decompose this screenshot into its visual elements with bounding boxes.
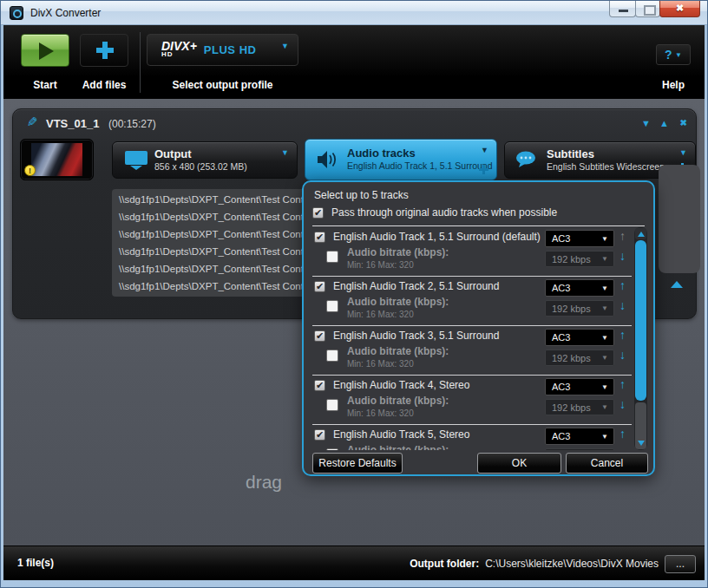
scroll-up-icon[interactable] — [671, 281, 683, 288]
scrollbar-thumb[interactable] — [635, 240, 646, 401]
track-checkbox[interactable] — [314, 380, 325, 391]
chevron-down-icon: ▼ — [601, 284, 608, 292]
bitrate-checkbox[interactable] — [326, 350, 338, 362]
bitrate-select[interactable]: 192 kbps▼ — [545, 350, 614, 366]
add-track-icon[interactable] — [479, 165, 488, 174]
add-files-label: Add files — [71, 79, 137, 91]
bitrate-select[interactable]: 192 kbps▼ — [545, 300, 614, 317]
chevron-down-icon: ▼ — [281, 148, 289, 157]
scrollbar-down-button[interactable] — [635, 402, 646, 449]
profile-caption: Select output profile — [147, 79, 298, 91]
title-bar[interactable]: DivX Converter — [1, 1, 707, 25]
track-row: English Audio Track 1, 5.1 Surround (def… — [312, 227, 632, 277]
bitrate-select[interactable]: 192 kbps▼ — [545, 448, 614, 450]
drop-hint-text: drag — [246, 472, 282, 493]
bitrate-range: Min: 16 Max: 320 — [347, 359, 414, 369]
track-row: English Audio Track 4, StereoAC3▼↑Audio … — [312, 376, 632, 425]
source-path: \\sdg1fp1\Depts\DXPT_Content\Test Conten… — [119, 225, 313, 243]
bitrate-select[interactable]: 192 kbps▼ — [545, 399, 614, 415]
move-down-icon[interactable]: ▼ — [641, 118, 651, 128]
bitrate-checkbox[interactable] — [326, 399, 338, 411]
caption-buttons — [610, 1, 700, 17]
bitrate-range: Min: 16 Max: 320 — [347, 408, 414, 418]
browse-folder-button[interactable]: ... — [665, 555, 696, 573]
close-button[interactable] — [659, 1, 700, 17]
bitrate-checkbox[interactable] — [326, 251, 338, 263]
move-track-down-button[interactable]: ↓ — [620, 447, 626, 450]
codec-select[interactable]: AC3▼ — [545, 378, 614, 395]
chevron-down-icon: ▼ — [675, 51, 682, 59]
move-track-up-button[interactable]: ↑ — [620, 328, 626, 342]
video-thumbnail: ! — [20, 139, 94, 180]
subtitles-title: Subtitles — [547, 147, 594, 160]
move-track-up-button[interactable]: ↑ — [620, 427, 626, 441]
status-bar: 1 file(s) Output folder: C:\Users\kleitz… — [3, 546, 705, 580]
scrollbar-up-button[interactable] — [635, 228, 646, 239]
edit-pencil-icon[interactable]: ✎ — [27, 114, 38, 130]
help-label: Help — [646, 79, 701, 91]
bitrate-checkbox[interactable] — [326, 300, 338, 312]
bitrate-label: Audio bitrate (kbps): — [347, 296, 449, 308]
move-track-down-button[interactable]: ↓ — [620, 298, 626, 312]
chevron-down-icon: ▼ — [601, 354, 608, 362]
bitrate-checkbox[interactable] — [326, 448, 338, 450]
restore-defaults-button[interactable]: Restore Defaults — [312, 453, 403, 474]
track-label: English Audio Track 2, 5.1 Surround — [333, 280, 499, 292]
chevron-down-icon: ▼ — [281, 42, 289, 50]
audio-title: Audio tracks — [347, 147, 416, 160]
window-title: DivX Converter — [30, 7, 101, 19]
codec-select[interactable]: AC3▼ — [545, 428, 614, 445]
track-row: English Audio Track 3, 5.1 SurroundAC3▼↑… — [312, 326, 632, 376]
ok-button[interactable]: OK — [477, 453, 561, 474]
bitrate-label: Audio bitrate (kbps): — [347, 345, 449, 357]
cancel-button[interactable]: Cancel — [566, 453, 648, 474]
chevron-down-icon: ▼ — [601, 334, 608, 342]
track-checkbox[interactable] — [314, 330, 325, 342]
track-list: English Audio Track 1, 5.1 Surround (def… — [312, 227, 632, 450]
move-up-icon[interactable]: ▲ — [659, 118, 669, 128]
move-track-down-button[interactable]: ↓ — [620, 348, 626, 362]
audio-tracks-button[interactable]: Audio tracks English Audio Track 1, 5.1 … — [305, 139, 497, 180]
add-files-button[interactable] — [80, 34, 128, 67]
move-track-down-button[interactable]: ↓ — [620, 397, 626, 411]
codec-select[interactable]: AC3▼ — [545, 230, 614, 247]
output-settings-button[interactable]: Output 856 x 480 (253.02 MB) ▼ — [112, 141, 298, 179]
track-label: English Audio Track 3, 5.1 Surround — [333, 330, 499, 342]
source-paths-list: \\sdg1fp1\Depts\DXPT_Content\Test Conten… — [112, 189, 313, 297]
app-body: Start Add files DIVX+ HD PLUS HD ▼ Selec… — [3, 25, 705, 580]
divx-hd-logo: DIVX+ HD — [161, 42, 197, 59]
maximize-button[interactable] — [635, 1, 660, 17]
chevron-down-icon: ▼ — [601, 235, 608, 243]
passthrough-checkbox[interactable] — [312, 207, 324, 219]
output-title: Output — [154, 147, 192, 160]
help-button[interactable]: ? ▼ — [656, 44, 691, 65]
chevron-down-icon: ▼ — [601, 304, 608, 312]
chevron-down-icon: ▼ — [601, 403, 608, 411]
subtitles-subtitle: English Subtitles Widescreen — [547, 161, 665, 172]
output-folder-path: C:\Users\kleitzke\Videos\DivX Movies — [485, 558, 659, 570]
move-track-up-button[interactable]: ↑ — [620, 278, 626, 292]
move-track-up-button[interactable]: ↑ — [620, 377, 626, 391]
track-checkbox[interactable] — [314, 232, 325, 243]
profile-name: PLUS HD — [204, 43, 257, 56]
warning-badge[interactable]: ! — [24, 165, 36, 176]
play-icon — [39, 42, 54, 60]
codec-select[interactable]: AC3▼ — [545, 279, 614, 297]
source-path: \\sdg1fp1\Depts\DXPT_Content\Test Conten… — [119, 208, 313, 225]
codec-select[interactable]: AC3▼ — [545, 329, 614, 346]
remove-file-icon[interactable]: ✖ — [680, 118, 687, 127]
move-track-up-button[interactable]: ↑ — [620, 229, 626, 243]
chevron-down-icon: ▼ — [601, 383, 608, 391]
bitrate-range: Min: 16 Max: 320 — [347, 310, 414, 319]
track-checkbox[interactable] — [314, 429, 325, 441]
move-track-down-button[interactable]: ↓ — [620, 249, 626, 263]
start-button[interactable] — [21, 34, 69, 67]
output-profile-button[interactable]: DIVX+ HD PLUS HD ▼ — [147, 34, 298, 66]
bitrate-select[interactable]: 192 kbps▼ — [545, 251, 614, 267]
track-checkbox[interactable] — [314, 281, 325, 292]
chevron-down-icon: ▼ — [601, 255, 608, 263]
chevron-down-icon: ▼ — [601, 433, 608, 441]
minimize-button[interactable] — [609, 1, 636, 17]
popup-scrollbar[interactable] — [634, 227, 647, 450]
monitor-icon — [125, 151, 148, 170]
